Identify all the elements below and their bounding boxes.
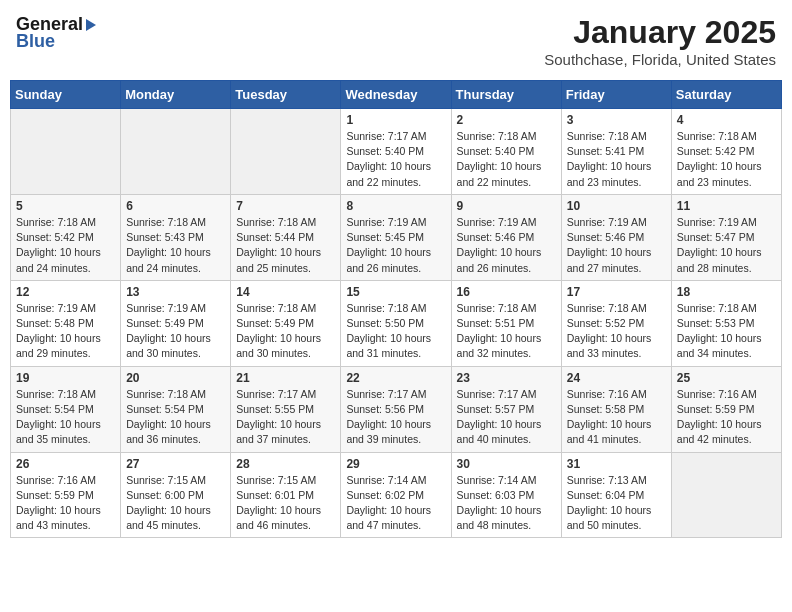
sunset-text: Sunset: 5:42 PM	[16, 231, 94, 243]
sunrise-text: Sunrise: 7:18 AM	[457, 130, 537, 142]
day-info: Sunrise: 7:19 AMSunset: 5:46 PMDaylight:…	[457, 215, 556, 276]
sunset-text: Sunset: 5:46 PM	[567, 231, 645, 243]
day-cell	[121, 109, 231, 195]
day-number: 4	[677, 113, 776, 127]
day-info: Sunrise: 7:18 AMSunset: 5:49 PMDaylight:…	[236, 301, 335, 362]
day-cell: 11Sunrise: 7:19 AMSunset: 5:47 PMDayligh…	[671, 194, 781, 280]
sunset-text: Sunset: 5:40 PM	[457, 145, 535, 157]
day-number: 14	[236, 285, 335, 299]
day-number: 20	[126, 371, 225, 385]
day-info: Sunrise: 7:19 AMSunset: 5:45 PMDaylight:…	[346, 215, 445, 276]
sunset-text: Sunset: 5:56 PM	[346, 403, 424, 415]
day-number: 7	[236, 199, 335, 213]
sunrise-text: Sunrise: 7:19 AM	[126, 302, 206, 314]
day-info: Sunrise: 7:18 AMSunset: 5:42 PMDaylight:…	[16, 215, 115, 276]
sunrise-text: Sunrise: 7:18 AM	[126, 216, 206, 228]
day-cell	[11, 109, 121, 195]
daylight-text: Daylight: 10 hours and 42 minutes.	[677, 418, 762, 445]
sunset-text: Sunset: 5:49 PM	[126, 317, 204, 329]
daylight-text: Daylight: 10 hours and 27 minutes.	[567, 246, 652, 273]
week-row-1: 1Sunrise: 7:17 AMSunset: 5:40 PMDaylight…	[11, 109, 782, 195]
sunset-text: Sunset: 5:59 PM	[677, 403, 755, 415]
day-number: 1	[346, 113, 445, 127]
day-cell: 12Sunrise: 7:19 AMSunset: 5:48 PMDayligh…	[11, 280, 121, 366]
day-number: 19	[16, 371, 115, 385]
daylight-text: Daylight: 10 hours and 25 minutes.	[236, 246, 321, 273]
day-info: Sunrise: 7:14 AMSunset: 6:03 PMDaylight:…	[457, 473, 556, 534]
daylight-text: Daylight: 10 hours and 26 minutes.	[457, 246, 542, 273]
sunrise-text: Sunrise: 7:18 AM	[346, 302, 426, 314]
day-info: Sunrise: 7:18 AMSunset: 5:50 PMDaylight:…	[346, 301, 445, 362]
day-info: Sunrise: 7:18 AMSunset: 5:51 PMDaylight:…	[457, 301, 556, 362]
day-cell: 17Sunrise: 7:18 AMSunset: 5:52 PMDayligh…	[561, 280, 671, 366]
day-cell: 13Sunrise: 7:19 AMSunset: 5:49 PMDayligh…	[121, 280, 231, 366]
daylight-text: Daylight: 10 hours and 46 minutes.	[236, 504, 321, 531]
day-cell: 30Sunrise: 7:14 AMSunset: 6:03 PMDayligh…	[451, 452, 561, 538]
day-cell: 1Sunrise: 7:17 AMSunset: 5:40 PMDaylight…	[341, 109, 451, 195]
day-cell: 23Sunrise: 7:17 AMSunset: 5:57 PMDayligh…	[451, 366, 561, 452]
day-number: 21	[236, 371, 335, 385]
page-header: General Blue January 2025 Southchase, Fl…	[10, 10, 782, 72]
sunrise-text: Sunrise: 7:17 AM	[457, 388, 537, 400]
sunset-text: Sunset: 5:46 PM	[457, 231, 535, 243]
day-cell: 2Sunrise: 7:18 AMSunset: 5:40 PMDaylight…	[451, 109, 561, 195]
daylight-text: Daylight: 10 hours and 47 minutes.	[346, 504, 431, 531]
day-info: Sunrise: 7:18 AMSunset: 5:40 PMDaylight:…	[457, 129, 556, 190]
sunrise-text: Sunrise: 7:16 AM	[677, 388, 757, 400]
daylight-text: Daylight: 10 hours and 35 minutes.	[16, 418, 101, 445]
sunset-text: Sunset: 5:44 PM	[236, 231, 314, 243]
sunrise-text: Sunrise: 7:18 AM	[236, 302, 316, 314]
day-number: 26	[16, 457, 115, 471]
day-info: Sunrise: 7:18 AMSunset: 5:43 PMDaylight:…	[126, 215, 225, 276]
day-info: Sunrise: 7:19 AMSunset: 5:47 PMDaylight:…	[677, 215, 776, 276]
day-info: Sunrise: 7:15 AMSunset: 6:01 PMDaylight:…	[236, 473, 335, 534]
day-header-tuesday: Tuesday	[231, 81, 341, 109]
sunrise-text: Sunrise: 7:19 AM	[567, 216, 647, 228]
logo-arrow-icon	[86, 19, 96, 31]
daylight-text: Daylight: 10 hours and 26 minutes.	[346, 246, 431, 273]
day-cell: 8Sunrise: 7:19 AMSunset: 5:45 PMDaylight…	[341, 194, 451, 280]
sunrise-text: Sunrise: 7:19 AM	[457, 216, 537, 228]
day-cell: 14Sunrise: 7:18 AMSunset: 5:49 PMDayligh…	[231, 280, 341, 366]
daylight-text: Daylight: 10 hours and 22 minutes.	[346, 160, 431, 187]
day-cell: 4Sunrise: 7:18 AMSunset: 5:42 PMDaylight…	[671, 109, 781, 195]
sunrise-text: Sunrise: 7:18 AM	[457, 302, 537, 314]
sunrise-text: Sunrise: 7:18 AM	[236, 216, 316, 228]
daylight-text: Daylight: 10 hours and 43 minutes.	[16, 504, 101, 531]
daylight-text: Daylight: 10 hours and 28 minutes.	[677, 246, 762, 273]
sunrise-text: Sunrise: 7:19 AM	[346, 216, 426, 228]
sunset-text: Sunset: 5:52 PM	[567, 317, 645, 329]
sunrise-text: Sunrise: 7:17 AM	[346, 388, 426, 400]
day-number: 11	[677, 199, 776, 213]
day-number: 2	[457, 113, 556, 127]
sunrise-text: Sunrise: 7:18 AM	[567, 302, 647, 314]
daylight-text: Daylight: 10 hours and 30 minutes.	[126, 332, 211, 359]
day-number: 8	[346, 199, 445, 213]
sunrise-text: Sunrise: 7:17 AM	[236, 388, 316, 400]
day-info: Sunrise: 7:18 AMSunset: 5:54 PMDaylight:…	[126, 387, 225, 448]
sunrise-text: Sunrise: 7:19 AM	[677, 216, 757, 228]
sunrise-text: Sunrise: 7:13 AM	[567, 474, 647, 486]
day-info: Sunrise: 7:17 AMSunset: 5:57 PMDaylight:…	[457, 387, 556, 448]
day-number: 12	[16, 285, 115, 299]
day-header-sunday: Sunday	[11, 81, 121, 109]
day-cell: 29Sunrise: 7:14 AMSunset: 6:02 PMDayligh…	[341, 452, 451, 538]
day-number: 24	[567, 371, 666, 385]
sunset-text: Sunset: 5:48 PM	[16, 317, 94, 329]
day-number: 3	[567, 113, 666, 127]
day-number: 18	[677, 285, 776, 299]
sunrise-text: Sunrise: 7:18 AM	[126, 388, 206, 400]
day-header-saturday: Saturday	[671, 81, 781, 109]
sunrise-text: Sunrise: 7:18 AM	[16, 388, 96, 400]
day-header-monday: Monday	[121, 81, 231, 109]
day-info: Sunrise: 7:18 AMSunset: 5:41 PMDaylight:…	[567, 129, 666, 190]
sunset-text: Sunset: 6:00 PM	[126, 489, 204, 501]
day-header-wednesday: Wednesday	[341, 81, 451, 109]
day-cell: 31Sunrise: 7:13 AMSunset: 6:04 PMDayligh…	[561, 452, 671, 538]
sunset-text: Sunset: 5:57 PM	[457, 403, 535, 415]
day-info: Sunrise: 7:17 AMSunset: 5:55 PMDaylight:…	[236, 387, 335, 448]
daylight-text: Daylight: 10 hours and 48 minutes.	[457, 504, 542, 531]
title-block: January 2025 Southchase, Florida, United…	[544, 14, 776, 68]
day-cell: 7Sunrise: 7:18 AMSunset: 5:44 PMDaylight…	[231, 194, 341, 280]
calendar-subtitle: Southchase, Florida, United States	[544, 51, 776, 68]
